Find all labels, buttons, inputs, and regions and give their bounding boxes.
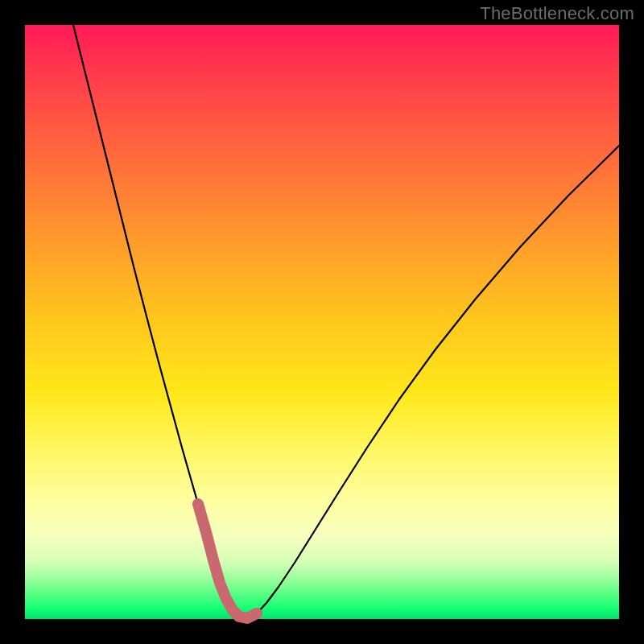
trough-highlight xyxy=(198,504,257,618)
watermark-text: TheBottleneck.com xyxy=(480,3,634,24)
chart-frame: TheBottleneck.com xyxy=(0,0,644,644)
bottleneck-curve xyxy=(73,25,619,618)
plot-area xyxy=(25,25,619,619)
curve-layer xyxy=(25,25,619,619)
